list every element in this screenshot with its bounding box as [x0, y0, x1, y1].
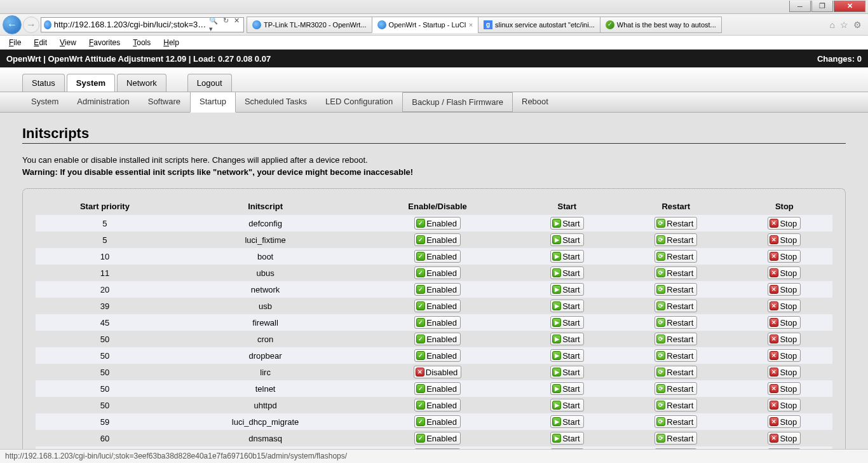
restart-button[interactable]: ⟳Restart: [654, 283, 697, 296]
menu-favorites[interactable]: Favorites: [83, 37, 126, 48]
enable-toggle-button[interactable]: ✓Enabled: [414, 382, 461, 395]
browser-tab[interactable]: TP-Link TL-MR3020 - OpenWrt...: [247, 17, 372, 33]
menu-view[interactable]: View: [53, 37, 83, 48]
restart-button[interactable]: ⟳Restart: [654, 399, 697, 411]
start-button[interactable]: ▶Start: [550, 415, 583, 428]
enable-toggle-button[interactable]: ✓Enabled: [414, 316, 461, 329]
restart-button-icon: ⟳: [656, 219, 665, 228]
restart-button[interactable]: ⟳Restart: [654, 333, 697, 345]
start-button[interactable]: ▶Start: [550, 382, 583, 395]
start-button[interactable]: ▶Start: [550, 266, 583, 279]
menu-tools[interactable]: Tools: [126, 37, 157, 48]
restart-button[interactable]: ⟳Restart: [654, 382, 697, 395]
menu-help[interactable]: Help: [157, 37, 186, 48]
stop-button[interactable]: ✕Stop: [768, 233, 801, 246]
favorites-icon[interactable]: ☆: [840, 20, 848, 30]
start-button[interactable]: ▶Start: [550, 233, 583, 246]
back-button[interactable]: ←: [3, 15, 22, 34]
menu-file[interactable]: File: [3, 37, 27, 48]
subnav-tab-administration[interactable]: Administration: [68, 92, 139, 112]
stop-button[interactable]: ✕Stop: [768, 415, 801, 428]
restart-button[interactable]: ⟳Restart: [654, 349, 697, 362]
stop-button[interactable]: ✕Stop: [768, 432, 801, 445]
search-icon[interactable]: 🔍 ▾: [208, 17, 219, 32]
window-close-button[interactable]: ✕: [834, 1, 865, 12]
stop-button[interactable]: ✕Stop: [768, 300, 801, 312]
changes-indicator[interactable]: Changes: 0: [817, 54, 862, 64]
start-button[interactable]: ▶Start: [550, 283, 583, 296]
start-button[interactable]: ▶Start: [550, 300, 583, 312]
subnav-tab-led-configuration[interactable]: LED Configuration: [316, 92, 402, 112]
stop-button[interactable]: ✕Stop: [768, 266, 801, 279]
address-bar[interactable]: http://192.168.1.203/cgi-bin/luci/;stok=…: [41, 17, 244, 32]
stop-button[interactable]: ✕Stop: [768, 250, 801, 263]
enable-toggle-button[interactable]: ✓Enabled: [414, 283, 461, 296]
start-button[interactable]: ▶Start: [550, 432, 583, 445]
subnav-tab-backup-flash-firmware[interactable]: Backup / Flash Firmware: [402, 92, 513, 112]
enable-toggle-button[interactable]: ✓Enabled: [414, 349, 461, 362]
start-button[interactable]: ▶Start: [550, 333, 583, 345]
enable-toggle-button[interactable]: ✓Enabled: [414, 266, 461, 279]
start-button[interactable]: ▶Start: [550, 399, 583, 411]
browser-tab[interactable]: OpenWrt - Startup - LuCI×: [372, 17, 479, 33]
subnav-tab-reboot[interactable]: Reboot: [513, 92, 558, 112]
stop-button[interactable]: ✕Stop: [768, 349, 801, 362]
enable-toggle-button[interactable]: ✓Enabled: [414, 415, 461, 428]
nav-tab-status[interactable]: Status: [22, 74, 65, 92]
enable-toggle-button[interactable]: ✓Enabled: [414, 333, 461, 345]
stop-button[interactable]: ✕Stop: [768, 366, 801, 378]
stop-button[interactable]: ✕Stop: [768, 382, 801, 395]
restart-button[interactable]: ⟳Restart: [654, 432, 697, 445]
restart-button[interactable]: ⟳Restart: [654, 250, 697, 263]
subnav-tab-scheduled-tasks[interactable]: Scheduled Tasks: [236, 92, 316, 112]
start-button[interactable]: ▶Start: [550, 349, 583, 362]
window-minimize-button[interactable]: ─: [789, 1, 811, 12]
subnav-tab-software[interactable]: Software: [139, 92, 190, 112]
menu-edit[interactable]: Edit: [27, 37, 53, 48]
enable-toggle-button[interactable]: ✓Enabled: [414, 399, 461, 411]
stop-button[interactable]: ✕Stop: [768, 399, 801, 411]
enable-toggle-button-icon: ✓: [416, 301, 425, 310]
enable-toggle-button[interactable]: ✓Enabled: [414, 217, 461, 230]
restart-button[interactable]: ⟳Restart: [654, 415, 697, 428]
browser-tab[interactable]: gslinux service autostart "etc/ini...: [478, 17, 600, 33]
stop-button-icon: ✕: [770, 285, 778, 294]
enable-toggle-button[interactable]: ✓Enabled: [414, 233, 461, 246]
stop-button[interactable]: ✕Stop: [768, 333, 801, 345]
stop-button[interactable]: ✕Stop: [768, 217, 801, 230]
restart-button[interactable]: ⟳Restart: [654, 266, 697, 279]
start-button[interactable]: ▶Start: [550, 366, 583, 378]
restart-button[interactable]: ⟳Restart: [654, 233, 697, 246]
stop-button-icon: ✕: [770, 368, 778, 377]
nav-tab-system[interactable]: System: [67, 74, 115, 92]
nav-tab-logout[interactable]: Logout: [187, 74, 232, 92]
tools-icon[interactable]: ⚙: [853, 20, 862, 30]
table-row: 50uhttpd✓Enabled▶Start⟳Restart✕Stop: [36, 397, 832, 413]
subnav-tab-system[interactable]: System: [22, 92, 68, 112]
home-icon[interactable]: ⌂: [830, 20, 835, 30]
restart-button[interactable]: ⟳Restart: [654, 217, 697, 230]
stop-icon[interactable]: ✕: [233, 17, 241, 32]
forward-button[interactable]: →: [23, 17, 39, 33]
enable-toggle-button[interactable]: ✓Enabled: [414, 432, 461, 445]
enable-toggle-button[interactable]: ✓Enabled: [414, 300, 461, 312]
nav-tab-network[interactable]: Network: [117, 74, 166, 92]
close-tab-icon[interactable]: ×: [469, 21, 473, 29]
start-button[interactable]: ▶Start: [550, 316, 583, 329]
start-button-icon: ▶: [552, 384, 561, 393]
start-button[interactable]: ▶Start: [550, 217, 583, 230]
window-maximize-button[interactable]: ❐: [811, 1, 833, 12]
initscript-cell: telnet: [174, 380, 356, 397]
subnav-tab-startup[interactable]: Startup: [190, 92, 236, 113]
restart-button[interactable]: ⟳Restart: [654, 300, 697, 312]
column-header: Start priority: [36, 198, 174, 215]
enable-toggle-button[interactable]: ✕Disabled: [414, 366, 462, 378]
restart-button[interactable]: ⟳Restart: [654, 316, 697, 329]
stop-button[interactable]: ✕Stop: [768, 316, 801, 329]
browser-tab[interactable]: What is the best way to autost...: [600, 17, 722, 33]
restart-button[interactable]: ⟳Restart: [654, 366, 697, 378]
refresh-icon[interactable]: ↻: [222, 17, 230, 32]
start-button[interactable]: ▶Start: [550, 250, 583, 263]
enable-toggle-button[interactable]: ✓Enabled: [414, 250, 461, 263]
stop-button[interactable]: ✕Stop: [768, 283, 801, 296]
